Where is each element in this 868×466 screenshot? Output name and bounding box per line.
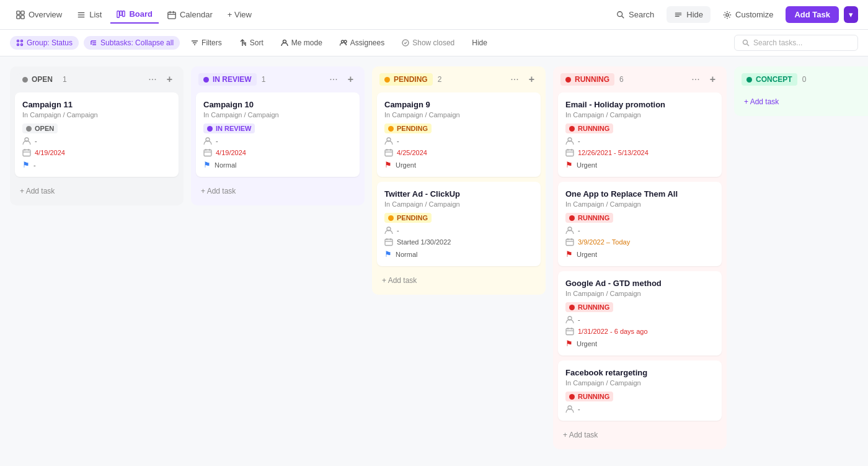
card-date-value: Started 1/30/2022	[397, 238, 451, 246]
card-title: Twitter Ad - ClickUp	[384, 189, 533, 199]
add-task-row-concept[interactable]: + Add task	[737, 92, 868, 111]
card-priority-value: Normal	[215, 161, 236, 169]
sort-icon	[239, 39, 247, 47]
task-card[interactable]: Campaign 11In Campaign / CampaignOPEN-4/…	[15, 92, 179, 177]
filters-icon	[191, 39, 198, 47]
column-count-running: 6	[619, 75, 624, 84]
svg-point-22	[17, 44, 19, 46]
task-card[interactable]: Email - Holiday promotionIn Campaign / C…	[558, 92, 722, 177]
nav-calendar-label: Calendar	[180, 10, 213, 19]
card-assignee-field: -	[203, 137, 352, 145]
assignee-icon	[22, 137, 31, 145]
svg-point-19	[726, 13, 728, 16]
customize-button[interactable]: Customize	[715, 6, 781, 23]
card-breadcrumb: In Campaign / Campaign	[565, 290, 714, 297]
card-priority-field: ⚑Urgent	[565, 249, 714, 259]
card-title: Email - Holiday promotion	[565, 100, 714, 109]
card-status-field: RUNNING	[565, 213, 714, 223]
nav-calendar[interactable]: Calendar	[161, 6, 219, 23]
column-status-badge-concept: CONCEPT	[742, 73, 797, 86]
column-menu-button-inreview[interactable]: ···	[327, 73, 340, 86]
card-priority-field: ⚑-	[22, 160, 171, 169]
nav-list-label: List	[89, 10, 102, 19]
card-date-field: 4/25/2024	[384, 148, 533, 157]
card-date-field: Started 1/30/2022	[384, 238, 533, 246]
svg-line-15	[622, 16, 624, 18]
group-icon	[16, 39, 24, 47]
svg-point-20	[17, 40, 19, 42]
card-priority-field: ⚑Urgent	[384, 160, 533, 169]
showclosed-button[interactable]: Show closed	[396, 36, 461, 50]
subtasks-label: Subtasks: Collapse all	[100, 38, 174, 47]
card-title: Facebook retargeting	[565, 368, 714, 377]
task-card[interactable]: One App to Replace Them AllIn Campaign /…	[558, 182, 722, 266]
add-task-label: Add Task	[794, 10, 830, 19]
column-header-open: OPEN1···+	[10, 66, 184, 92]
column-header-concept: CONCEPT0···	[734, 66, 868, 92]
column-add-button-running[interactable]: +	[706, 73, 719, 86]
memode-icon	[281, 39, 288, 47]
memode-button[interactable]: Me mode	[275, 36, 329, 50]
priority-flag-icon: ⚑	[22, 160, 30, 169]
group-status-label: Group: Status	[27, 38, 73, 47]
add-task-row-pending[interactable]: + Add task	[374, 271, 543, 290]
nav-overview[interactable]: Overview	[10, 6, 68, 23]
column-count-pending: 2	[438, 75, 442, 84]
task-card[interactable]: Campaign 9In Campaign / CampaignPENDING-…	[377, 92, 541, 177]
card-title: Campaign 11	[22, 100, 171, 109]
add-task-row-open[interactable]: + Add task	[12, 182, 181, 200]
task-card[interactable]: Campaign 10In Campaign / CampaignIN REVI…	[196, 92, 360, 177]
column-menu-button-pending[interactable]: ···	[508, 73, 521, 86]
calendar-field-icon	[384, 148, 393, 157]
card-assignee-value: -	[578, 316, 580, 323]
list-icon	[77, 11, 86, 19]
subtasks-chip[interactable]: Subtasks: Collapse all	[84, 36, 180, 50]
nav-board[interactable]: Board	[110, 6, 159, 24]
hide-button[interactable]: Hide	[666, 6, 711, 23]
search-tasks-input[interactable]: Search tasks...	[734, 35, 858, 51]
card-date-field: 4/19/2024	[203, 148, 352, 157]
column-count-concept: 0	[802, 75, 807, 84]
add-task-row-running[interactable]: + Add task	[556, 426, 724, 444]
hide-filter-button[interactable]: Hide	[466, 36, 494, 50]
svg-point-21	[21, 40, 23, 42]
assignee-icon	[565, 405, 574, 413]
sort-button[interactable]: Sort	[233, 36, 270, 50]
calendar-field-icon	[22, 148, 31, 157]
column-add-button-pending[interactable]: +	[525, 73, 538, 86]
add-task-row-inreview[interactable]: + Add task	[193, 182, 362, 200]
card-priority-value: Urgent	[577, 340, 597, 347]
svg-point-36	[344, 40, 347, 43]
calendar-field-icon	[565, 148, 574, 157]
card-assignee-value: -	[578, 226, 580, 234]
card-date-value: 1/31/2022 - 6 days ago	[578, 328, 648, 335]
column-add-button-inreview[interactable]: +	[344, 73, 357, 86]
svg-rect-71	[566, 329, 574, 335]
priority-flag-icon: ⚑	[565, 160, 573, 169]
search-button[interactable]: Search	[609, 6, 662, 23]
assignees-button[interactable]: Assignees	[334, 36, 391, 50]
card-assignee-field: -	[22, 137, 171, 145]
nav-list[interactable]: List	[71, 6, 108, 23]
card-date-field: 12/26/2021 - 5/13/2024	[565, 148, 714, 157]
board: OPEN1···+Campaign 11In Campaign / Campai…	[0, 56, 868, 463]
card-breadcrumb: In Campaign / Campaign	[565, 200, 714, 208]
card-status-field: RUNNING	[565, 123, 714, 133]
group-status-chip[interactable]: Group: Status	[10, 36, 79, 50]
filters-button[interactable]: Filters	[185, 36, 228, 50]
card-assignee-field: -	[565, 226, 714, 235]
assignee-icon	[384, 226, 393, 235]
column-menu-button-open[interactable]: ···	[146, 73, 159, 86]
svg-rect-1	[21, 11, 24, 14]
column-menu-button-running[interactable]: ···	[689, 73, 702, 86]
task-card[interactable]: Facebook retargetingIn Campaign / Campai…	[558, 361, 722, 421]
column-add-button-open[interactable]: +	[163, 73, 176, 86]
task-card[interactable]: Twitter Ad - ClickUpIn Campaign / Campai…	[377, 182, 541, 266]
card-breadcrumb: In Campaign / Campaign	[384, 200, 533, 208]
card-date-value: 4/25/2024	[397, 149, 427, 156]
add-task-chevron[interactable]: ▾	[844, 6, 858, 23]
card-date-value: 12/26/2021 - 5/13/2024	[578, 149, 649, 156]
nav-view[interactable]: + View	[221, 6, 258, 23]
add-task-button[interactable]: Add Task	[786, 6, 839, 23]
task-card[interactable]: Google Ad - GTD methodIn Campaign / Camp…	[558, 271, 722, 356]
